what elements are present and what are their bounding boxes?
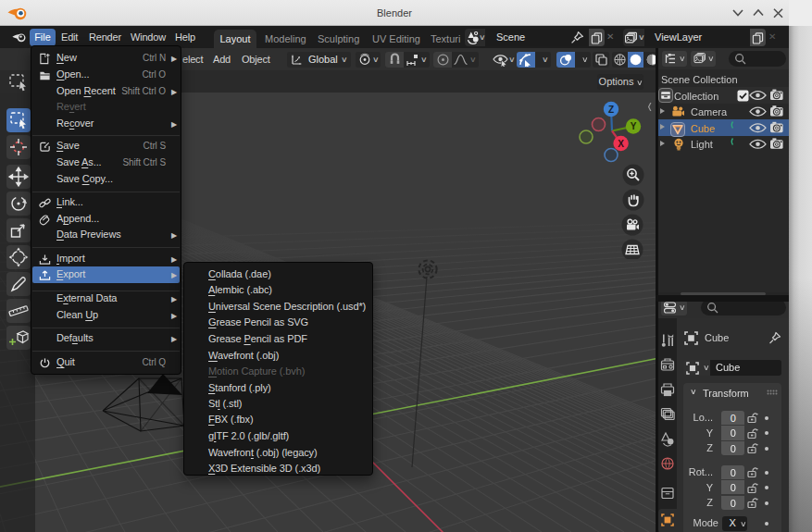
svg-text:Z: Z — [608, 105, 614, 115]
svg-text:Y: Y — [631, 121, 637, 131]
svg-text:X: X — [618, 139, 624, 149]
